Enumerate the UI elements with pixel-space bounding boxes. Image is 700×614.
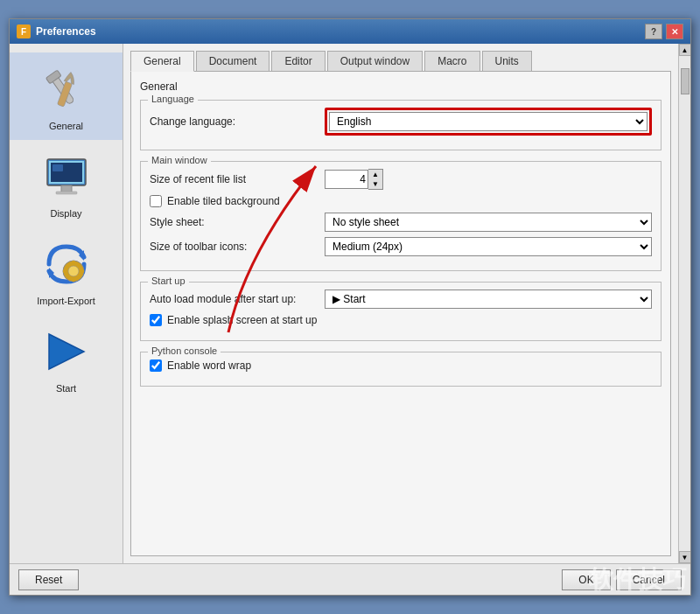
main-content: General Document Editor Output window Ma… bbox=[123, 44, 678, 563]
start-icon bbox=[38, 324, 94, 380]
ok-button[interactable]: OK bbox=[562, 569, 610, 590]
sidebar-item-general[interactable]: General bbox=[10, 52, 122, 140]
sidebar-item-import-export[interactable]: Import-Export bbox=[10, 227, 122, 315]
language-group-label: Language bbox=[148, 94, 198, 104]
tab-editor[interactable]: Editor bbox=[271, 51, 325, 71]
tab-general[interactable]: General bbox=[130, 51, 194, 72]
recent-file-value: ▲ ▼ bbox=[325, 169, 652, 190]
sidebar-label-import-export: Import-Export bbox=[37, 296, 95, 306]
splash-screen-row: Enable splash screen at start up bbox=[150, 314, 652, 326]
splash-screen-checkbox[interactable] bbox=[150, 314, 162, 326]
toolbar-icon-size-select[interactable]: Small (16px) Medium (24px) Large (32px) bbox=[325, 237, 652, 256]
settings-panel: General Language Change language: Englis… bbox=[130, 72, 671, 556]
tab-units[interactable]: Units bbox=[482, 51, 532, 71]
recent-file-label: Size of recent file list bbox=[150, 173, 325, 185]
preferences-window: F Preferences ? ✕ bbox=[9, 18, 691, 596]
scrollbar: ▲ ▼ bbox=[678, 44, 690, 563]
import-export-icon bbox=[38, 236, 94, 292]
tab-macro[interactable]: Macro bbox=[424, 51, 480, 71]
sidebar-item-start[interactable]: Start bbox=[10, 315, 122, 402]
sidebar: General Display bbox=[10, 44, 123, 563]
spinner-down[interactable]: ▼ bbox=[368, 179, 382, 189]
help-button[interactable]: ? bbox=[645, 24, 662, 39]
auto-load-label: Auto load module after start up: bbox=[150, 293, 325, 305]
sidebar-label-start: Start bbox=[56, 383, 76, 394]
svg-rect-13 bbox=[72, 261, 75, 265]
change-language-label: Change language: bbox=[150, 115, 325, 128]
splash-screen-label: Enable splash screen at start up bbox=[167, 314, 317, 326]
cancel-button[interactable]: Cancel bbox=[616, 569, 682, 590]
svg-rect-16 bbox=[80, 269, 84, 273]
footer-left: Reset bbox=[18, 569, 79, 590]
language-group: Language Change language: English French… bbox=[140, 100, 662, 150]
startup-group-label: Start up bbox=[148, 276, 189, 286]
sidebar-label-general: General bbox=[49, 121, 83, 131]
style-sheet-label: Style sheet: bbox=[150, 216, 325, 228]
close-button[interactable]: ✕ bbox=[666, 24, 683, 39]
word-wrap-label: Enable word wrap bbox=[167, 359, 251, 372]
toolbar-icon-size-label: Size of toolbar icons: bbox=[150, 241, 325, 253]
word-wrap-row: Enable word wrap bbox=[150, 359, 652, 372]
style-sheet-row: Style sheet: No style sheet bbox=[150, 213, 652, 232]
reset-button[interactable]: Reset bbox=[18, 569, 79, 590]
main-window-group-label: Main window bbox=[148, 155, 211, 165]
language-select[interactable]: English French German Spanish Chinese bbox=[329, 112, 648, 131]
spinner-up[interactable]: ▲ bbox=[368, 170, 382, 179]
titlebar: F Preferences ? ✕ bbox=[10, 19, 690, 44]
file-list-input[interactable] bbox=[325, 170, 368, 189]
sidebar-item-display[interactable]: Display bbox=[10, 140, 122, 227]
file-list-spinner: ▲ ▼ bbox=[325, 169, 383, 190]
toolbar-icon-size-value: Small (16px) Medium (24px) Large (32px) bbox=[325, 237, 652, 256]
auto-load-select[interactable]: ▶ Start None bbox=[325, 290, 652, 309]
svg-rect-8 bbox=[52, 164, 63, 171]
python-console-group-label: Python console bbox=[148, 345, 220, 356]
svg-point-12 bbox=[68, 266, 79, 276]
general-icon bbox=[38, 61, 94, 117]
tab-bar: General Document Editor Output window Ma… bbox=[130, 51, 671, 72]
scroll-down[interactable]: ▼ bbox=[679, 551, 691, 563]
svg-rect-14 bbox=[72, 277, 75, 282]
tiled-background-row: Enable tiled background bbox=[150, 195, 652, 207]
display-icon bbox=[38, 149, 94, 205]
svg-rect-15 bbox=[63, 269, 67, 273]
tab-document[interactable]: Document bbox=[196, 51, 270, 71]
style-sheet-value: No style sheet bbox=[325, 213, 652, 232]
spinner-buttons: ▲ ▼ bbox=[368, 169, 383, 190]
word-wrap-checkbox[interactable] bbox=[150, 359, 162, 372]
svg-marker-17 bbox=[49, 334, 84, 369]
tiled-background-checkbox[interactable] bbox=[150, 195, 162, 207]
app-icon: F bbox=[17, 24, 31, 38]
python-console-group: Python console Enable word wrap bbox=[140, 352, 662, 387]
tab-output-window[interactable]: Output window bbox=[327, 51, 423, 71]
window-controls: ? ✕ bbox=[645, 24, 683, 39]
toolbar-icon-size-row: Size of toolbar icons: Small (16px) Medi… bbox=[150, 237, 652, 256]
panel-section-title: General bbox=[140, 80, 662, 93]
auto-load-row: Auto load module after start up: ▶ Start… bbox=[150, 290, 652, 309]
tiled-background-label: Enable tiled background bbox=[167, 195, 280, 207]
startup-group: Start up Auto load module after start up… bbox=[140, 282, 662, 341]
svg-rect-6 bbox=[56, 192, 77, 194]
sidebar-label-display: Display bbox=[50, 208, 81, 219]
change-language-row: Change language: English French German S… bbox=[150, 108, 652, 136]
style-sheet-select[interactable]: No style sheet bbox=[325, 213, 652, 232]
scroll-thumb[interactable] bbox=[681, 68, 690, 94]
footer: Reset OK Cancel bbox=[10, 563, 690, 595]
main-window-group: Main window Size of recent file list ▲ ▼ bbox=[140, 161, 662, 271]
auto-load-value: ▶ Start None bbox=[325, 290, 652, 309]
recent-file-list-row: Size of recent file list ▲ ▼ bbox=[150, 169, 652, 190]
scroll-up[interactable]: ▲ bbox=[679, 44, 691, 56]
change-language-highlight: English French German Spanish Chinese bbox=[325, 108, 652, 136]
window-title: Preferences bbox=[36, 25, 645, 38]
footer-right: OK Cancel bbox=[562, 569, 682, 590]
